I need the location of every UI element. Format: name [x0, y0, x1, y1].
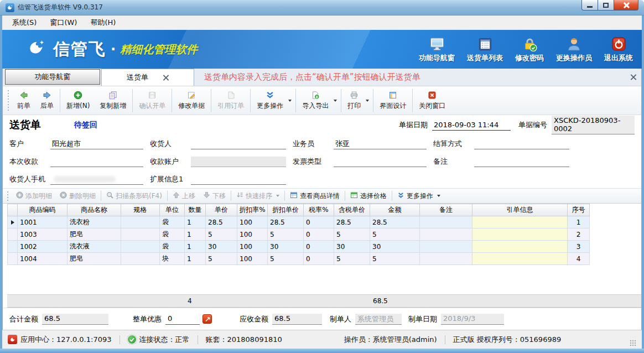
- delivery-list-button[interactable]: 送货单列表: [467, 36, 503, 63]
- select-price-button[interactable]: 选择价格: [346, 191, 391, 201]
- resize-grip[interactable]: [630, 340, 636, 346]
- make-date-label: 制单日期: [408, 314, 437, 324]
- dropdown-arrow-icon: [334, 100, 337, 102]
- move-down-icon: [203, 191, 210, 200]
- salesman-field[interactable]: 张亚: [334, 139, 427, 149]
- account-set-status: 账套：201808091810: [206, 335, 282, 345]
- delete-detail-button[interactable]: 删除明细: [56, 191, 100, 201]
- document-icon: [226, 90, 235, 100]
- col-qty-header[interactable]: 数量: [185, 204, 206, 216]
- col-remark-header[interactable]: 备注: [420, 204, 472, 216]
- menu-window[interactable]: 窗口(W): [44, 16, 82, 29]
- close-button[interactable]: [614, 0, 638, 11]
- banner: 信管飞 · 精细化管理软件 功能导航窗 送货单列表: [2, 30, 642, 69]
- col-spec-header[interactable]: 规格: [121, 204, 160, 216]
- modify-doc-button[interactable]: 修改单据: [173, 89, 210, 112]
- col-amount-header[interactable]: 金额: [370, 204, 420, 216]
- exit-system-button[interactable]: 退出系统: [604, 36, 633, 63]
- col-name-header[interactable]: 商品名称: [67, 204, 121, 216]
- close-window-button[interactable]: 关闭窗口: [414, 89, 450, 112]
- ext1-field[interactable]: [191, 174, 286, 185]
- col-seq-header[interactable]: 序号: [568, 204, 590, 216]
- sort-icon: [236, 191, 243, 200]
- print-button[interactable]: 打印: [342, 89, 372, 112]
- phone-field[interactable]: [50, 174, 143, 185]
- settlement-field[interactable]: [474, 139, 569, 149]
- doc-date-field[interactable]: 2018-09-03 11:44: [432, 120, 511, 131]
- menu-system[interactable]: 系统(S): [7, 16, 42, 29]
- nav-window-button[interactable]: 功能导航窗: [419, 36, 455, 63]
- chevron-double-down-icon: [266, 90, 274, 100]
- discount-edit-button[interactable]: [202, 314, 212, 324]
- col-tax-rate-header[interactable]: 税率%: [304, 204, 334, 216]
- tab-nav-window[interactable]: 功能导航窗: [5, 69, 100, 85]
- current-row-indicator[interactable]: [8, 216, 18, 229]
- ui-design-button[interactable]: 界面设计: [375, 89, 411, 112]
- col-code-header[interactable]: 商品编码: [18, 204, 67, 216]
- toolbar-grip: [7, 191, 9, 201]
- col-discount-price-header[interactable]: 折扣单价: [268, 204, 304, 216]
- scan-barcode-button[interactable]: 扫描条形码(F4): [102, 191, 166, 201]
- receivable-field: 68.5: [272, 314, 322, 325]
- import-export-button[interactable]: 导入导出: [297, 89, 340, 112]
- payment-field[interactable]: [50, 157, 143, 167]
- copy-new-button[interactable]: 复制新增: [95, 89, 131, 112]
- quick-sort-button[interactable]: 快速排序: [232, 191, 283, 201]
- app-center-icon: [8, 335, 17, 344]
- power-icon: [611, 36, 626, 51]
- dropdown-arrow-icon: [288, 100, 292, 102]
- next-doc-button[interactable]: 后单: [35, 89, 59, 112]
- list-icon: [478, 36, 492, 51]
- table-row: 1003肥皂袋1510050552: [8, 229, 590, 241]
- payment-label: 本次收款: [9, 157, 50, 167]
- receivable-label: 应收金额: [240, 314, 268, 324]
- col-tax-price-header[interactable]: 含税单价: [334, 204, 370, 216]
- toolbar-grip: [7, 90, 10, 112]
- tab-bar: 功能导航窗 送货单 送货单内容录入完成后，点击“确认开单”按钮确认开送货单: [3, 69, 641, 86]
- status-bar: 应用中心：127.0.0.1:7093 连接状态：正常 账套：201808091…: [2, 330, 642, 349]
- doc-date-label: 单据日期: [399, 120, 428, 130]
- confirm-open-button[interactable]: 确认开单: [134, 89, 170, 112]
- invoice-type-label: 发票类型: [293, 157, 334, 167]
- ref-order-button[interactable]: 引用订单: [212, 89, 249, 112]
- connection-ok-icon: [128, 335, 136, 344]
- maximize-button[interactable]: [598, 0, 614, 11]
- more-ops-button[interactable]: 更多操作: [393, 191, 444, 201]
- add-detail-button[interactable]: 添加明细: [12, 191, 56, 201]
- switch-operator-button[interactable]: 更换操作员: [556, 36, 592, 63]
- add-new-button[interactable]: 新增(N): [61, 89, 95, 112]
- view-product-button[interactable]: 查看商品详情: [286, 191, 344, 201]
- discount-field[interactable]: 0: [165, 314, 200, 325]
- row-arrow-icon: [11, 220, 14, 225]
- printer-icon: [350, 90, 359, 100]
- prev-doc-button[interactable]: 前单: [12, 89, 35, 112]
- total-label: 合计金额: [9, 314, 38, 324]
- minimize-button[interactable]: [581, 0, 598, 11]
- menu-help[interactable]: 帮助(H): [85, 16, 121, 29]
- product-table: 商品编码 商品名称 规格 单位 数量 单价 折扣率% 折扣单价 税率% 含税单价…: [7, 204, 590, 265]
- remark-field[interactable]: [474, 157, 569, 167]
- col-unit-header[interactable]: 单位: [160, 204, 185, 216]
- close-icon: [623, 2, 630, 8]
- move-up-button[interactable]: 上移: [169, 191, 199, 201]
- change-password-button[interactable]: 修改密码: [515, 36, 544, 63]
- more-actions-button[interactable]: 更多操作: [252, 89, 294, 112]
- col-ref-header[interactable]: 引单信息: [472, 204, 568, 216]
- qty-total: 4: [184, 295, 205, 307]
- brand-logo-icon: [25, 38, 48, 60]
- tabstrip-close-icon[interactable]: [630, 74, 636, 80]
- move-down-button[interactable]: 下移: [199, 191, 230, 201]
- doc-no-field: XSCKD-20180903-0002: [552, 116, 635, 134]
- tab-delivery-order[interactable]: 送货单: [101, 69, 194, 86]
- app-logo-icon: [6, 3, 14, 12]
- customer-field[interactable]: 阳光超市: [50, 139, 143, 149]
- consignee-field[interactable]: [191, 139, 286, 149]
- invoice-type-field[interactable]: [334, 157, 427, 167]
- license-status: 正式版 授权序列号：051696989: [453, 335, 562, 345]
- tab-close-icon[interactable]: [163, 75, 169, 81]
- order-form: 客户 阳光超市 收货人 业务员 张亚 结算方式 本次收款 收款账户 发票类型: [3, 135, 641, 188]
- col-price-header[interactable]: 单价: [206, 204, 237, 216]
- col-discount-rate-header[interactable]: 折扣率%: [237, 204, 268, 216]
- detail-table-icon: [290, 191, 298, 200]
- lock-icon: [522, 36, 537, 51]
